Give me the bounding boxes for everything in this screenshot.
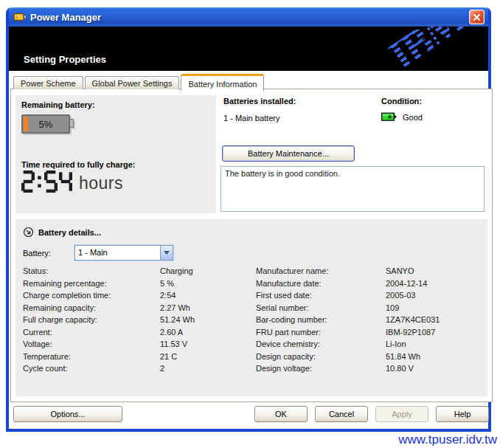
detail-label: Charge completion time:: [23, 291, 160, 300]
detail-value: 11.53 V: [160, 340, 249, 348]
close-button[interactable]: [469, 10, 485, 24]
ok-button[interactable]: OK: [254, 406, 308, 422]
detail-label: Design voltage:: [256, 364, 386, 373]
detail-value: 51.24 Wh: [160, 315, 249, 324]
tab-global-power-settings[interactable]: Global Power Settings: [85, 76, 180, 89]
detail-value: 5 %: [160, 279, 249, 288]
detail-row: Device chemistry:Li-Ion: [256, 338, 482, 351]
detail-row: Manufacture date:2004-12-14: [256, 278, 482, 290]
charge-time-display: hours: [21, 170, 123, 193]
detail-row: Serial number:109: [256, 302, 482, 314]
detail-value: 21 C: [160, 352, 249, 361]
detail-label: Full charge capacity:: [23, 315, 160, 324]
batteries-installed-value: 1 - Main battery: [223, 114, 279, 123]
battery-gauge: 5%: [21, 114, 70, 134]
lcd-digits: [21, 170, 72, 193]
battery-percent: 5%: [23, 119, 69, 130]
battery-details-title: Battery details...: [38, 228, 101, 237]
apply-button[interactable]: Apply: [375, 406, 428, 422]
details-column-right: Manufacturer name:SANYOManufacture date:…: [256, 265, 482, 375]
detail-row: First used date:2005-03: [256, 289, 482, 302]
battery-select[interactable]: 1 - Main: [74, 245, 173, 261]
remaining-battery-panel: Remaining battery: 5% Time required to f…: [15, 95, 216, 213]
details-column-left: Status:ChargingRemaining percentage:5 %C…: [23, 265, 249, 375]
battery-details-panel: Battery details... Battery: 1 - Main Sta…: [15, 219, 487, 396]
detail-row: Temperature:21 C: [23, 351, 249, 363]
green-battery-plus-icon: [381, 112, 397, 122]
detail-value: Li-Ion: [386, 340, 482, 348]
detail-label: Status:: [23, 266, 160, 275]
detail-row: Bar-coding number:1ZA7K4CE031: [256, 314, 482, 326]
detail-label: Remaining percentage:: [23, 279, 160, 288]
condition-row: Good: [381, 112, 423, 122]
tab-strip: Power Scheme Global Power Settings Batte…: [13, 75, 265, 89]
detail-value: 2.27 Wh: [160, 303, 249, 312]
close-icon: [473, 13, 481, 21]
ibm-logo: IBM: [380, 27, 473, 71]
detail-value: 2.60 A: [160, 328, 249, 337]
battery-select-dropdown-button[interactable]: [160, 246, 173, 260]
detail-row: Remaining capacity:2.27 Wh: [23, 302, 249, 314]
condition-label: Condition:: [381, 97, 422, 106]
dialog-body: Power Scheme Global Power Settings Batte…: [9, 71, 488, 426]
detail-value: 109: [386, 303, 482, 312]
detail-row: Manufacturer name:SANYO: [256, 265, 482, 278]
detail-value: 2:54: [160, 291, 249, 300]
circle-arrow-icon: [23, 227, 34, 238]
detail-value: IBM-92P1087: [386, 328, 482, 337]
page-title: Setting Properties: [24, 54, 106, 65]
help-button[interactable]: Help: [436, 406, 489, 422]
detail-label: Serial number:: [256, 303, 386, 312]
condition-message-box: The battery is in good condition.: [221, 166, 485, 212]
tab-power-scheme[interactable]: Power Scheme: [13, 76, 83, 89]
detail-row: Cycle count:2: [23, 362, 249, 375]
screen: Power Manager Setting Properties IBM Pow…: [0, 0, 500, 448]
battery-gauge-terminal: [70, 119, 74, 128]
battery-select-label: Battery:: [23, 249, 51, 258]
detail-value: Charging: [160, 266, 249, 275]
detail-row: Design voltage:10.80 V: [256, 362, 482, 375]
detail-row: FRU part number:IBM-92P1087: [256, 326, 482, 339]
detail-value: 51.84 Wh: [386, 352, 482, 361]
title-bar[interactable]: Power Manager: [9, 7, 488, 27]
condition-message: The battery is in good condition.: [225, 169, 340, 178]
cancel-button[interactable]: Cancel: [315, 406, 368, 422]
detail-value: 2004-12-14: [386, 279, 482, 288]
power-manager-window: Power Manager Setting Properties IBM Pow…: [6, 7, 491, 432]
battery-information-page: Remaining battery: 5% Time required to f…: [10, 89, 493, 402]
watermark: www.tpuser.idv.tw: [398, 433, 497, 447]
header-banner: Setting Properties IBM: [9, 27, 488, 71]
charge-time-label: Time required to fully charge:: [21, 160, 135, 169]
battery-icon: [13, 11, 27, 23]
detail-value: 1ZA7K4CE031: [386, 315, 482, 324]
detail-row: Status:Charging: [23, 265, 249, 278]
detail-label: First used date:: [256, 291, 386, 300]
detail-row: Charge completion time:2:54: [23, 289, 249, 302]
detail-label: FRU part number:: [256, 328, 386, 337]
detail-value: SANYO: [386, 266, 482, 275]
detail-label: Manufacture date:: [256, 279, 386, 288]
battery-details-header: Battery details...: [23, 227, 101, 238]
battery-select-value: 1 - Main: [75, 246, 160, 260]
detail-row: Design capacity:51.84 Wh: [256, 351, 482, 363]
detail-value: 2: [160, 364, 249, 373]
detail-label: Design capacity:: [256, 352, 386, 361]
detail-label: Voltage:: [23, 340, 160, 348]
detail-label: Temperature:: [23, 352, 160, 361]
charge-time-unit: hours: [79, 173, 123, 193]
detail-row: Full charge capacity:51.24 Wh: [23, 314, 249, 326]
remaining-battery-label: Remaining battery:: [21, 100, 95, 109]
batteries-installed-label: Batteries installed:: [223, 97, 296, 106]
detail-label: Manufacturer name:: [256, 266, 386, 275]
options-button[interactable]: Options...: [13, 406, 122, 422]
detail-value: 10.80 V: [386, 364, 482, 373]
detail-value: 2005-03: [386, 291, 482, 300]
detail-label: Device chemistry:: [256, 340, 386, 348]
detail-label: Current:: [23, 328, 160, 337]
tab-battery-information[interactable]: Battery Information: [181, 74, 264, 91]
battery-maintenance-button[interactable]: Battery Maintenance...: [222, 145, 355, 162]
detail-label: Remaining capacity:: [23, 303, 160, 312]
detail-label: Cycle count:: [23, 364, 160, 373]
detail-label: Bar-coding number:: [256, 315, 386, 324]
condition-value: Good: [403, 113, 423, 122]
